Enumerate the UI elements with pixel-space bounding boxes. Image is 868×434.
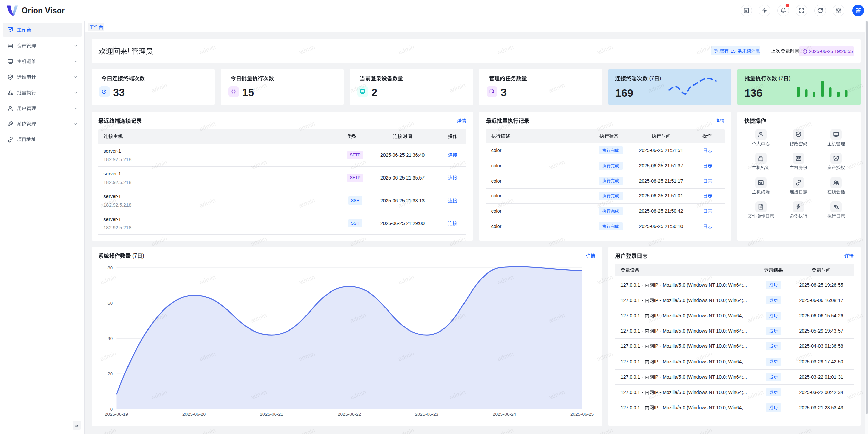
svg-text:2025-06-19: 2025-06-19 [104, 412, 128, 417]
svg-text:60: 60 [107, 301, 112, 306]
svg-text:40: 40 [107, 336, 112, 341]
svg-text:2025-06-24: 2025-06-24 [492, 412, 516, 417]
svg-text:20: 20 [107, 371, 112, 376]
svg-text:2025-06-22: 2025-06-22 [337, 412, 361, 417]
svg-text:2025-06-21: 2025-06-21 [260, 412, 283, 417]
svg-text:0: 0 [110, 407, 112, 412]
svg-text:80: 80 [107, 265, 112, 270]
svg-text:2025-06-25: 2025-06-25 [570, 412, 593, 417]
svg-text:2025-06-23: 2025-06-23 [415, 412, 438, 417]
svg-text:2025-06-20: 2025-06-20 [182, 412, 205, 417]
